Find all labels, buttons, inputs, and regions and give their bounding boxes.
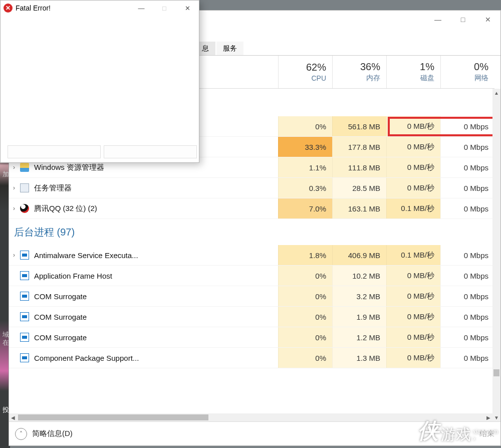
- cell-disk: 0.1 MB/秒: [386, 245, 440, 265]
- close-button[interactable]: ✕: [176, 1, 199, 15]
- watermark-logo: 侠 游戏 xiayx.com ›: [418, 417, 498, 445]
- cell-network: 0 Mbps: [440, 266, 494, 286]
- cell-network: 0 Mbps: [440, 137, 494, 157]
- cell-cpu: 7.0%: [278, 198, 332, 218]
- process-name: Component Package Support...: [34, 354, 278, 362]
- dialog-button-1[interactable]: [8, 145, 101, 158]
- process-name: 腾讯QQ (32 位) (2): [34, 204, 278, 213]
- cell-memory: 1.2 MB: [332, 327, 386, 347]
- cell-cpu: 0%: [278, 116, 332, 136]
- col-memory[interactable]: 36% 内存: [332, 56, 386, 88]
- minimize-button[interactable]: —: [130, 1, 153, 15]
- app-icon: [19, 332, 30, 343]
- brief-info-button[interactable]: 简略信息(D): [32, 429, 73, 438]
- table-row[interactable]: ›腾讯QQ (32 位) (2)7.0%163.1 MB0.1 MB/秒0 Mb…: [9, 198, 494, 219]
- app-icon: [19, 291, 30, 302]
- app-icon: [19, 250, 30, 261]
- cell-disk: 0 MB/秒: [386, 157, 440, 177]
- scroll-up-icon[interactable]: ▲: [492, 89, 500, 97]
- vertical-scrollbar[interactable]: ▲ ▼: [492, 89, 500, 421]
- cell-memory: 406.9 MB: [332, 245, 386, 265]
- cell-network: 0 Mbps: [440, 286, 494, 306]
- app-icon: [19, 203, 30, 214]
- cell-memory: 177.8 MB: [332, 137, 386, 157]
- cell-disk: 0 MB/秒: [386, 307, 440, 327]
- cell-disk: 0 MB/秒: [386, 116, 440, 136]
- dialog-titlebar[interactable]: ✕ Fatal Error! — □ ✕: [1, 1, 199, 16]
- scroll-left-icon[interactable]: ◀: [9, 413, 17, 421]
- scroll-thumb[interactable]: [18, 414, 208, 420]
- cell-cpu: 33.3%: [278, 137, 332, 157]
- process-name: Antimalware Service Executa...: [34, 251, 278, 260]
- dialog-body: [1, 16, 199, 145]
- cell-network: 0 Mbps: [440, 178, 494, 198]
- table-row[interactable]: COM Surrogate0%1.9 MB0 MB/秒0 Mbps: [9, 307, 494, 327]
- expand-toggle[interactable]: ›: [9, 252, 19, 259]
- cell-cpu: 0%: [278, 327, 332, 347]
- cell-memory: 1.9 MB: [332, 307, 386, 327]
- fatal-error-dialog: ✕ Fatal Error! — □ ✕: [0, 0, 199, 163]
- cell-cpu: 0%: [278, 348, 332, 368]
- col-cpu[interactable]: 62% CPU: [278, 56, 332, 88]
- dialog-button-row: [1, 145, 199, 162]
- table-row[interactable]: COM Surrogate0%1.2 MB0 MB/秒0 Mbps: [9, 327, 494, 348]
- tab-services[interactable]: 服务: [216, 42, 243, 55]
- cell-disk: 0 MB/秒: [386, 327, 440, 347]
- chevron-up-icon[interactable]: ˄: [15, 428, 27, 440]
- cell-cpu: 0%: [278, 266, 332, 286]
- minimize-button[interactable]: —: [425, 12, 450, 28]
- expand-toggle[interactable]: ›: [9, 164, 19, 171]
- close-button[interactable]: ✕: [475, 12, 500, 28]
- cell-cpu: 1.1%: [278, 157, 332, 177]
- table-row[interactable]: ›Antimalware Service Executa...1.8%406.9…: [9, 245, 494, 266]
- chevron-right-icon: ›: [473, 435, 498, 442]
- maximize-button[interactable]: □: [450, 12, 475, 28]
- watermark-site: xiayx.com ›: [473, 428, 498, 442]
- expand-toggle[interactable]: ›: [9, 184, 19, 191]
- scroll-thumb[interactable]: [493, 369, 499, 376]
- app-icon: [19, 352, 30, 363]
- cell-network: 0 Mbps: [440, 348, 494, 368]
- table-row[interactable]: Application Frame Host0%10.2 MB0 MB/秒0 M…: [9, 266, 494, 286]
- cell-network: 0 Mbps: [440, 307, 494, 327]
- cell-memory: 1.3 MB: [332, 348, 386, 368]
- cell-cpu: 0.3%: [278, 178, 332, 198]
- cell-disk: 0 MB/秒: [386, 286, 440, 306]
- maximize-button: □: [153, 1, 176, 15]
- process-name: COM Surrogate: [34, 333, 278, 342]
- cell-memory: 28.5 MB: [332, 178, 386, 198]
- cell-network: 0 Mbps: [440, 327, 494, 347]
- app-icon: [19, 270, 30, 281]
- cell-cpu: 0%: [278, 286, 332, 306]
- expand-toggle[interactable]: ›: [9, 205, 19, 212]
- process-name: 任务管理器: [34, 183, 278, 193]
- cell-network: 0 Mbps: [440, 157, 494, 177]
- cell-memory: 561.8 MB: [332, 116, 386, 136]
- cell-memory: 111.8 MB: [332, 157, 386, 177]
- dialog-button-2[interactable]: [104, 145, 197, 158]
- process-name: COM Surrogate: [34, 313, 278, 321]
- table-row[interactable]: ›任务管理器0.3%28.5 MB0 MB/秒0 Mbps: [9, 178, 494, 198]
- watermark-brand: 侠: [418, 417, 439, 445]
- cell-disk: 0 MB/秒: [386, 348, 440, 368]
- cell-disk: 0 MB/秒: [386, 266, 440, 286]
- cell-memory: 3.2 MB: [332, 286, 386, 306]
- col-network[interactable]: 0% 网络: [440, 56, 494, 88]
- col-disk[interactable]: 1% 磁盘: [386, 56, 440, 88]
- app-icon: [19, 162, 30, 173]
- cell-cpu: 1.8%: [278, 245, 332, 265]
- cell-disk: 0 MB/秒: [386, 137, 440, 157]
- process-name: Windows 资源管理器: [34, 163, 278, 172]
- table-row[interactable]: COM Surrogate0%3.2 MB0 MB/秒0 Mbps: [9, 286, 494, 307]
- cell-memory: 163.1 MB: [332, 198, 386, 218]
- cell-network: 0 Mbps: [440, 198, 494, 218]
- cell-network: 0 Mbps: [440, 116, 494, 136]
- group-background-processes: 后台进程 (97): [9, 219, 494, 245]
- dialog-title: Fatal Error!: [16, 4, 130, 12]
- process-name: Application Frame Host: [34, 272, 278, 280]
- cell-network: 0 Mbps: [440, 245, 494, 265]
- table-row[interactable]: Component Package Support...0%1.3 MB0 MB…: [9, 348, 494, 368]
- cell-disk: 0 MB/秒: [386, 178, 440, 198]
- cell-disk: 0.1 MB/秒: [386, 198, 440, 218]
- app-icon: [19, 311, 30, 322]
